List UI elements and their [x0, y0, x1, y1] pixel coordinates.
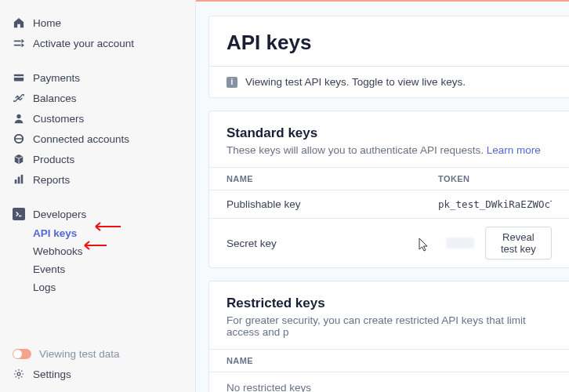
sidebar-item-connected[interactable]: Connected accounts	[0, 129, 195, 149]
hidden-token-placeholder	[446, 238, 474, 249]
col-name-header: NAME	[227, 356, 438, 365]
key-name: Publishable key	[227, 198, 438, 210]
standard-keys-desc: These keys will allow you to authenticat…	[209, 144, 569, 167]
col-token-header: TOKEN	[438, 174, 552, 183]
standard-keys-table-head: NAME TOKEN	[209, 167, 569, 190]
test-data-toggle[interactable]	[13, 349, 31, 359]
table-row: Secret key Reveal test key	[209, 218, 569, 267]
test-data-toggle-row: Viewing test data	[0, 344, 195, 364]
page-header-card: API keys i Viewing test API keys. Toggle…	[208, 16, 569, 98]
activate-icon	[13, 37, 25, 49]
sidebar-item-label: Balances	[33, 93, 77, 104]
cursor-icon	[419, 238, 429, 255]
balances-icon	[13, 92, 25, 104]
top-accent-line	[196, 0, 569, 2]
key-name: Secret key	[227, 238, 438, 249]
restricted-keys-card: Restricted keys For greater security, yo…	[208, 281, 569, 392]
sidebar-item-home[interactable]: Home	[0, 13, 195, 33]
info-icon: i	[227, 77, 237, 88]
page-title: API keys	[227, 31, 552, 55]
sidebar-item-label: Products	[33, 154, 74, 165]
test-data-label: Viewing test data	[39, 348, 120, 360]
svg-rect-7	[18, 177, 20, 184]
terminal-icon	[13, 208, 25, 220]
main-content: API keys i Viewing test API keys. Toggle…	[196, 0, 569, 392]
restricted-keys-title: Restricted keys	[209, 281, 569, 314]
test-mode-notice: i Viewing test API keys. Toggle to view …	[209, 66, 569, 97]
sidebar-item-label: Activate your account	[33, 38, 134, 49]
sidebar-sub-logs[interactable]: Logs	[33, 278, 195, 296]
sidebar-sub-api-keys[interactable]: API keys	[33, 224, 195, 242]
sidebar-item-label: Connected accounts	[33, 133, 129, 145]
sidebar-item-balances[interactable]: Balances	[0, 88, 195, 108]
svg-rect-3	[14, 76, 24, 78]
sidebar-sub-webhooks[interactable]: Webhooks	[33, 242, 195, 260]
sidebar-item-products[interactable]: Products	[0, 149, 195, 169]
svg-point-4	[16, 114, 20, 118]
table-row: Publishable key pk_test_DWkiRaEZWOcTcZm8…	[209, 190, 569, 218]
svg-rect-6	[15, 180, 17, 183]
home-icon	[13, 16, 25, 29]
payments-icon	[13, 71, 25, 84]
sidebar-item-customers[interactable]: Customers	[0, 108, 195, 129]
connected-icon	[13, 132, 25, 145]
sidebar-item-label: Customers	[33, 113, 84, 125]
sidebar-item-activate[interactable]: Activate your account	[0, 33, 195, 53]
svg-rect-1	[14, 45, 21, 46]
standard-keys-card: Standard keys These keys will allow you …	[208, 111, 569, 268]
sidebar-item-label: Payments	[33, 72, 80, 84]
reveal-test-key-button[interactable]: Reveal test key	[485, 227, 552, 260]
sidebar-item-label: Reports	[33, 174, 70, 186]
svg-point-9	[17, 372, 20, 376]
products-icon	[13, 153, 25, 165]
sidebar-sub-events[interactable]: Events	[33, 260, 195, 278]
svg-rect-8	[21, 175, 24, 183]
notice-text: Viewing test API keys. Toggle to view li…	[245, 76, 466, 88]
sidebar-item-label: Settings	[33, 368, 71, 380]
customers-icon	[13, 112, 25, 125]
sidebar-item-payments[interactable]: Payments	[0, 67, 195, 88]
col-name-header: NAME	[227, 174, 438, 183]
restricted-keys-table-head: NAME	[209, 349, 569, 372]
reports-icon	[13, 173, 25, 186]
key-token[interactable]: pk_test_DWkiRaEZWOcTcZm83	[438, 198, 552, 210]
sidebar-item-label: Home	[33, 17, 61, 29]
learn-more-link[interactable]: Learn more	[487, 144, 541, 156]
sidebar-item-label: Developers	[33, 209, 86, 220]
sidebar-item-reports[interactable]: Reports	[0, 169, 195, 190]
sidebar-item-developers[interactable]: Developers	[0, 204, 195, 224]
restricted-keys-empty: No restricted keys	[209, 372, 569, 392]
restricted-keys-desc: For greater security, you can create res…	[209, 314, 569, 349]
svg-rect-0	[14, 41, 21, 42]
sidebar: Home Activate your account Payments Bala…	[0, 0, 196, 392]
sidebar-item-settings[interactable]: Settings	[0, 364, 195, 384]
standard-keys-title: Standard keys	[209, 111, 569, 144]
settings-icon	[13, 368, 25, 380]
